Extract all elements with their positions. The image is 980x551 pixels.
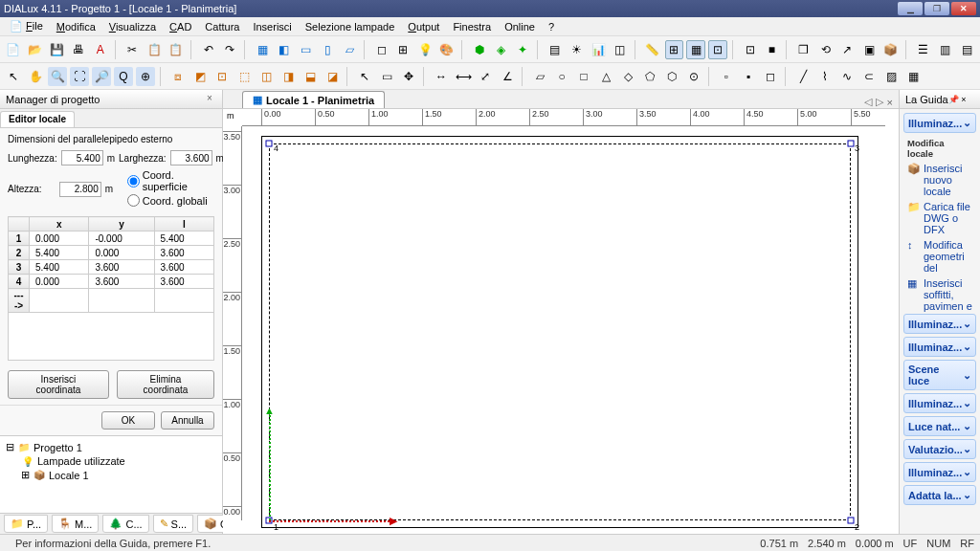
add1-icon[interactable]: ⬢ bbox=[470, 40, 489, 59]
guide-button[interactable]: Illuminaz...⌄ bbox=[903, 314, 976, 334]
project-tree[interactable]: ⊟📁Progetto 1 💡Lampade utilizzate ⊞📦Local… bbox=[0, 435, 222, 513]
zoom-in-icon[interactable]: 🔍 bbox=[48, 67, 67, 86]
calc-icon[interactable]: ▤ bbox=[546, 40, 565, 59]
snap3-icon[interactable]: ⊡ bbox=[212, 67, 232, 86]
arc-icon[interactable]: ⊂ bbox=[859, 67, 879, 86]
snap8-icon[interactable]: ◪ bbox=[323, 67, 342, 86]
tab-c[interactable]: 🌲C... bbox=[102, 515, 148, 533]
tab-s[interactable]: ✎S... bbox=[153, 515, 194, 533]
snap6-icon[interactable]: ◨ bbox=[278, 67, 298, 86]
surf1-icon[interactable]: ▫ bbox=[717, 67, 736, 86]
snap5-icon[interactable]: ◫ bbox=[256, 67, 276, 86]
lamp-icon[interactable]: 💡 bbox=[415, 40, 434, 59]
tab-p[interactable]: 📁P... bbox=[4, 515, 48, 533]
color-icon[interactable]: 🎨 bbox=[437, 40, 457, 59]
line-icon[interactable]: ╱ bbox=[793, 67, 813, 86]
add2-icon[interactable]: ◈ bbox=[491, 40, 510, 59]
shape5-icon[interactable]: ◇ bbox=[618, 67, 637, 86]
hatch-icon[interactable]: ▨ bbox=[881, 67, 901, 86]
move-tool-icon[interactable]: ✥ bbox=[399, 67, 418, 86]
save-icon[interactable]: 💾 bbox=[47, 40, 66, 59]
corner-2[interactable] bbox=[848, 518, 855, 524]
menu-cad[interactable]: CAD bbox=[164, 19, 197, 34]
guide-btn-top[interactable]: Illuminaz...⌄ bbox=[903, 113, 976, 133]
grid-icon[interactable]: ▦ bbox=[903, 67, 923, 86]
coord-table[interactable]: x y l 10.000-0.0005.40025.4000.0003.6003… bbox=[8, 216, 214, 313]
wire-icon[interactable]: ⊡ bbox=[741, 40, 760, 59]
grid3-icon[interactable]: ⊡ bbox=[708, 40, 727, 59]
pdf-icon[interactable]: A bbox=[91, 40, 110, 59]
open-icon[interactable]: 📂 bbox=[26, 40, 45, 59]
ext-icon[interactable]: ↗ bbox=[838, 40, 858, 59]
guide-button[interactable]: Adatta la...⌄ bbox=[903, 485, 976, 505]
zoomA-icon[interactable]: Q bbox=[114, 67, 133, 86]
shape7-icon[interactable]: ⬡ bbox=[662, 67, 681, 86]
rect-tool-icon[interactable]: ▭ bbox=[377, 67, 396, 86]
result-icon[interactable]: 📊 bbox=[589, 40, 608, 59]
snap1-icon[interactable]: ⧈ bbox=[168, 67, 188, 86]
menu-file[interactable]: 📄 File bbox=[4, 18, 49, 34]
menu-selezione[interactable]: Selezione lampade bbox=[300, 19, 401, 34]
solid-icon[interactable]: ■ bbox=[762, 40, 781, 59]
panel-close-icon[interactable]: × bbox=[203, 93, 216, 106]
menu-cattura[interactable]: Cattura bbox=[199, 19, 245, 34]
guide-item[interactable]: ▦Inserisci soffitti, pavimen e bbox=[903, 276, 976, 314]
redo-icon[interactable]: ↷ bbox=[221, 40, 240, 59]
side-icon[interactable]: ▯ bbox=[318, 40, 337, 59]
zoom-win-icon[interactable]: 🔎 bbox=[92, 67, 111, 86]
grid2-icon[interactable]: ▦ bbox=[686, 40, 705, 59]
shape2-icon[interactable]: ○ bbox=[552, 67, 571, 86]
print-icon[interactable]: 🖶 bbox=[69, 40, 88, 59]
shape6-icon[interactable]: ⬠ bbox=[640, 67, 659, 86]
shape1-icon[interactable]: ▱ bbox=[530, 67, 549, 86]
room-inner[interactable] bbox=[269, 143, 851, 520]
shape4-icon[interactable]: △ bbox=[596, 67, 615, 86]
guide-button[interactable]: Illuminaz...⌄ bbox=[903, 462, 976, 482]
canvas-nav[interactable]: ◁▷× bbox=[864, 96, 899, 108]
shape3-icon[interactable]: □ bbox=[574, 67, 593, 86]
shape8-icon[interactable]: ⊙ bbox=[684, 67, 703, 86]
menu-online[interactable]: Online bbox=[499, 19, 541, 34]
menu-help[interactable]: ? bbox=[543, 19, 560, 34]
copy-icon[interactable]: 📋 bbox=[145, 40, 164, 59]
menu-inserisci[interactable]: Inserisci bbox=[247, 19, 297, 34]
view-icon[interactable]: ▦ bbox=[253, 40, 272, 59]
window-close[interactable]: ✕ bbox=[951, 2, 976, 15]
menu-visualizza[interactable]: Visualizza bbox=[103, 19, 162, 34]
guide-button[interactable]: Luce nat...⌄ bbox=[903, 416, 976, 436]
window-minimize[interactable]: ▁ bbox=[898, 2, 923, 15]
compare-icon[interactable]: ◫ bbox=[611, 40, 630, 59]
delete-coord-button[interactable]: Elimina coordinata bbox=[117, 370, 214, 399]
new-icon[interactable]: 📄 bbox=[4, 40, 23, 59]
surf2-icon[interactable]: ▪ bbox=[739, 67, 758, 86]
surf3-icon[interactable]: ◻ bbox=[761, 67, 780, 86]
rotate-icon[interactable]: ⟲ bbox=[816, 40, 835, 59]
object-icon[interactable]: ◻ bbox=[372, 40, 391, 59]
pan-icon[interactable]: ✋ bbox=[26, 67, 45, 86]
length-input[interactable] bbox=[61, 150, 103, 165]
canvas[interactable]: 0.000.501.001.502.002.503.003.504.004.50… bbox=[223, 109, 899, 534]
ok-button[interactable]: OK bbox=[101, 411, 155, 430]
corner-3[interactable] bbox=[848, 141, 855, 147]
poly-icon[interactable]: ⌇ bbox=[815, 67, 835, 86]
obj3-icon[interactable]: ▣ bbox=[859, 40, 879, 59]
grid1-icon[interactable]: ⊞ bbox=[665, 40, 684, 59]
cancel-button[interactable]: Annulla bbox=[161, 411, 214, 430]
select-icon[interactable]: ↖ bbox=[4, 67, 23, 86]
tab-m[interactable]: 🪑M... bbox=[52, 515, 99, 533]
guide-item[interactable]: ↕Modifica geometri del bbox=[903, 237, 976, 276]
corner-4[interactable] bbox=[266, 141, 273, 147]
guide-button[interactable]: Scene luce⌄ bbox=[903, 360, 976, 390]
guide-button[interactable]: Illuminaz...⌄ bbox=[903, 393, 976, 413]
snap2-icon[interactable]: ◩ bbox=[190, 67, 210, 86]
obj4-icon[interactable]: 📦 bbox=[881, 40, 901, 59]
dim2-icon[interactable]: ⟷ bbox=[454, 67, 473, 86]
coord-surface-radio[interactable] bbox=[127, 175, 140, 187]
guide-button[interactable]: Illuminaz...⌄ bbox=[903, 337, 976, 357]
window-maximize[interactable]: ❐ bbox=[924, 2, 949, 15]
menu-finestra[interactable]: Finestra bbox=[447, 19, 497, 34]
menu-output[interactable]: Output bbox=[402, 19, 445, 34]
light-icon[interactable]: ☀ bbox=[568, 40, 587, 59]
paste-icon[interactable]: 📋 bbox=[167, 40, 186, 59]
canvas-tab[interactable]: ▦Locale 1 - Planimetria bbox=[242, 91, 385, 108]
